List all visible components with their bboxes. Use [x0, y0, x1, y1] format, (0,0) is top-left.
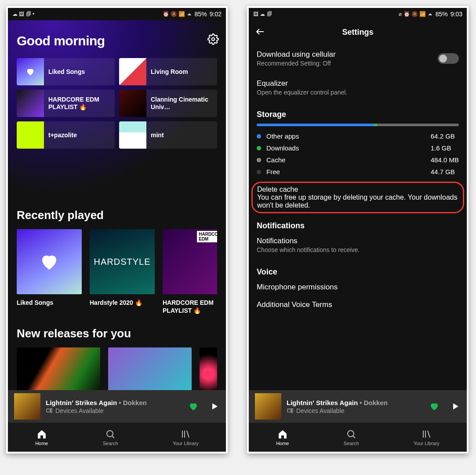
nav-library[interactable]: Your Library: [173, 429, 199, 446]
legend-dot: [257, 170, 261, 174]
delete-cache-subtitle: You can free up storage by deleting your…: [257, 194, 458, 209]
nav-search[interactable]: Search: [344, 429, 359, 446]
svg-point-11: [348, 431, 354, 437]
legend-dot: [257, 158, 261, 162]
notifications-heading: Notifications: [257, 213, 459, 230]
setting-notifications[interactable]: Notifications Choose which notifications…: [257, 230, 459, 259]
svg-point-3: [107, 431, 113, 437]
page-title: Settings: [342, 28, 373, 37]
devices-available[interactable]: Devices Available: [287, 407, 424, 414]
setting-title: Notifications: [257, 237, 459, 245]
nav-library[interactable]: Your Library: [414, 429, 440, 446]
download-cellular-toggle[interactable]: [438, 53, 459, 64]
album-art: [119, 58, 146, 85]
svg-rect-10: [291, 408, 293, 412]
legend-label: Cache: [266, 156, 425, 164]
storage-seg-other: [257, 124, 374, 126]
recent-card-hardcore-edm[interactable]: HARDCOREEDM HARDCORE EDM PLAYLIST 🔥: [163, 229, 217, 314]
arrow-left-icon: [255, 26, 265, 37]
settings-button[interactable]: [207, 33, 219, 47]
track-name: Lightnin' Strikes Again: [287, 399, 358, 406]
back-button[interactable]: [255, 26, 265, 37]
settings-header: Settings: [249, 20, 467, 44]
storage-legend: Other apps 64.2 GB Downloads 1.6 GB Cach…: [257, 132, 459, 175]
recent-card-liked-songs[interactable]: Liked Songs: [17, 229, 82, 314]
now-playing-art: [14, 393, 40, 420]
now-playing-bar[interactable]: Lightnin' Strikes Again • Dokken Devices…: [8, 390, 226, 423]
album-art: HARDCOREEDM: [163, 229, 217, 294]
section-new-releases: New releases for you: [17, 327, 217, 340]
setting-title: Download using cellular: [257, 50, 432, 59]
quick-item-label: Liked Songs: [44, 68, 89, 76]
svg-rect-1: [47, 409, 50, 412]
quick-item-tpazolite[interactable]: t+pazolite: [17, 121, 115, 149]
legend-label: Free: [266, 168, 425, 175]
setting-subtitle: Open the equalizer control panel.: [257, 89, 459, 96]
status-left-icons: ☁ 🖼 🗐 •: [12, 11, 34, 17]
quick-item-hardcore-edm[interactable]: HARDCORE EDM PLAYLIST 🔥: [17, 90, 115, 117]
setting-voice-terms[interactable]: Additional Voice Terms: [257, 298, 459, 315]
svg-line-4: [112, 436, 114, 438]
setting-download-cellular[interactable]: Download using cellular Recommended Sett…: [257, 44, 459, 73]
setting-equalizer[interactable]: Equalizer Open the equalizer control pan…: [257, 73, 459, 102]
setting-microphone-permissions[interactable]: Microphone permissions: [257, 277, 459, 298]
delete-cache-title: Delete cache: [257, 186, 458, 194]
track-name: Lightnin' Strikes Again: [46, 399, 117, 406]
legend-value: 1.6 GB: [431, 144, 459, 152]
status-time: 9:03: [451, 11, 462, 18]
quick-item-liked-songs[interactable]: Liked Songs: [17, 58, 115, 85]
quick-item-label: mint: [146, 132, 168, 139]
search-icon: [105, 429, 116, 439]
like-button[interactable]: [188, 401, 199, 412]
card-title: Hardstyle 2020 🔥: [90, 299, 155, 307]
gear-icon: [207, 33, 219, 45]
album-art: [119, 121, 146, 149]
card-title: Liked Songs: [17, 299, 82, 307]
nav-search[interactable]: Search: [103, 429, 118, 446]
quick-item-label: Clanning Cinematic Univ…: [146, 96, 217, 111]
play-button[interactable]: [209, 401, 220, 412]
legend-value: 44.7 GB: [431, 168, 459, 175]
recently-played-row[interactable]: Liked Songs HARDSTYLE Hardstyle 2020 🔥 H…: [17, 229, 217, 314]
devices-available[interactable]: Devices Available: [46, 407, 183, 414]
quick-item-clanning[interactable]: Clanning Cinematic Univ…: [119, 90, 217, 117]
section-recently-played: Recently played: [17, 208, 217, 222]
nav-home[interactable]: Home: [35, 429, 48, 446]
devices-icon: [287, 407, 294, 414]
svg-line-15: [428, 431, 430, 438]
storage-heading: Storage: [257, 102, 459, 119]
library-icon: [180, 429, 191, 439]
status-left-icons: 🖼 ☁ 🗐: [253, 11, 272, 17]
recent-card-hardstyle[interactable]: HARDSTYLE Hardstyle 2020 🔥: [90, 229, 155, 314]
storage-bar: [257, 124, 459, 126]
now-playing-title: Lightnin' Strikes Again • Dokken: [46, 399, 183, 406]
status-battery: 85%: [436, 11, 448, 18]
now-playing-bar[interactable]: Lightnin' Strikes Again • Dokken Devices…: [249, 390, 467, 423]
quick-item-label: HARDCORE EDM PLAYLIST 🔥: [44, 96, 115, 111]
setting-subtitle: Choose which notifications to receive.: [257, 246, 459, 253]
library-icon: [421, 429, 432, 439]
svg-rect-9: [287, 409, 291, 412]
track-artist: • Dokken: [358, 399, 388, 406]
legend-value: 484.0 MB: [431, 156, 459, 164]
quick-item-mint[interactable]: mint: [119, 121, 217, 149]
svg-line-7: [187, 431, 189, 438]
play-button[interactable]: [450, 401, 461, 412]
quick-item-label: t+pazolite: [44, 132, 81, 139]
setting-title: Additional Voice Terms: [257, 300, 459, 309]
nav-home[interactable]: Home: [276, 429, 289, 446]
quick-item-label: Living Room: [146, 68, 193, 76]
quick-item-living-room[interactable]: Living Room: [119, 58, 217, 85]
devices-icon: [46, 407, 53, 414]
now-playing-art: [255, 393, 281, 420]
album-art: [17, 229, 82, 294]
like-button[interactable]: [429, 401, 440, 412]
bottom-nav: Home Search Your Library: [249, 423, 467, 452]
svg-line-12: [353, 436, 355, 438]
album-art: [17, 58, 44, 85]
status-battery: 85%: [195, 11, 207, 18]
heart-icon: [39, 251, 60, 272]
delete-cache-highlighted[interactable]: Delete cache You can free up storage by …: [251, 182, 464, 213]
legend-label: Downloads: [266, 144, 425, 152]
card-title: HARDCORE EDM PLAYLIST 🔥: [163, 299, 217, 314]
